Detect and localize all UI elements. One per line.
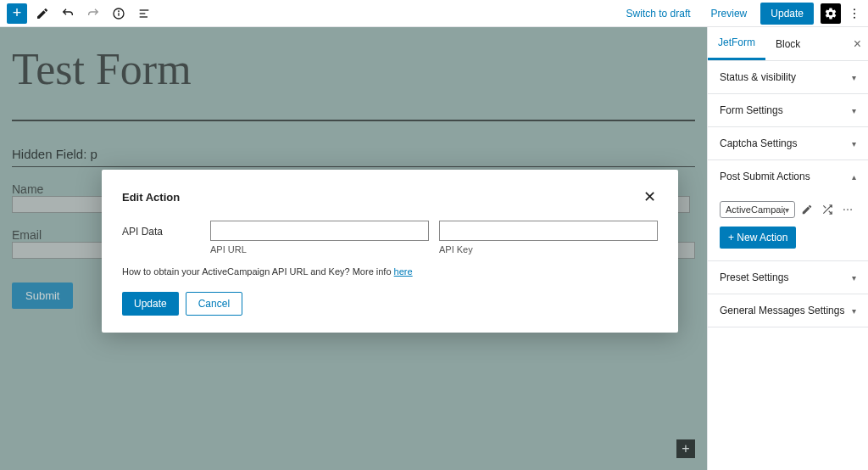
api-key-sublabel: API Key <box>439 244 658 255</box>
api-url-input[interactable] <box>210 221 429 241</box>
panel-label: General Messages Settings <box>720 305 844 316</box>
topbar-right-actions: Switch to draft Preview Update <box>620 3 861 25</box>
post-submit-panel-body: ActiveCampaig ▾ + New Action <box>708 193 868 261</box>
chevron-down-icon: ▾ <box>852 306 856 316</box>
close-sidebar-icon[interactable]: × <box>854 36 861 52</box>
api-data-label: API Data <box>122 221 200 238</box>
action-type-select[interactable]: ActiveCampaig ▾ <box>720 201 795 218</box>
settings-gear-icon[interactable] <box>821 3 841 24</box>
api-info-text: How to obtain your ActiveCampaign API UR… <box>122 266 658 277</box>
outline-icon[interactable] <box>134 3 154 24</box>
edit-action-modal: Edit Action ✕ API Data API URL API Key H… <box>102 170 678 333</box>
svg-point-10 <box>847 209 849 210</box>
add-block-button[interactable]: + <box>7 3 27 24</box>
topbar-left-tools: + <box>7 3 154 24</box>
shuffle-icon[interactable] <box>819 201 836 218</box>
panel-general-messages[interactable]: General Messages Settings ▾ <box>708 294 868 327</box>
chevron-down-icon: ▾ <box>852 273 856 283</box>
action-row: ActiveCampaig ▾ <box>720 201 856 218</box>
sidebar-tabbar: JetForm Block × <box>708 27 868 61</box>
svg-point-6 <box>854 8 855 10</box>
panel-label: Status & visibility <box>720 71 796 83</box>
modal-cancel-button[interactable]: Cancel <box>186 292 242 316</box>
modal-update-button[interactable]: Update <box>122 292 179 316</box>
svg-point-2 <box>119 11 120 12</box>
svg-point-11 <box>850 209 852 210</box>
editor-topbar: + Switch to draft Preview Update <box>0 0 868 27</box>
svg-point-8 <box>854 16 855 18</box>
svg-point-7 <box>854 13 855 14</box>
panel-status-visibility[interactable]: Status & visibility ▾ <box>708 61 868 94</box>
preview-link[interactable]: Preview <box>704 4 754 23</box>
switch-to-draft-link[interactable]: Switch to draft <box>620 4 698 23</box>
more-menu-icon[interactable] <box>848 3 861 24</box>
new-action-button[interactable]: + New Action <box>720 227 796 249</box>
api-info-link[interactable]: here <box>394 266 413 277</box>
redo-icon[interactable] <box>83 3 103 24</box>
panel-label: Captcha Settings <box>720 137 797 149</box>
settings-sidebar: JetForm Block × Status & visibility ▾ Fo… <box>707 27 868 470</box>
chevron-down-icon: ▾ <box>785 205 789 215</box>
modal-close-icon[interactable]: ✕ <box>641 188 658 205</box>
pencil-icon[interactable] <box>798 201 815 218</box>
panel-label: Form Settings <box>720 104 783 116</box>
panel-preset-settings[interactable]: Preset Settings ▾ <box>708 261 868 294</box>
modal-title: Edit Action <box>122 191 180 204</box>
panel-form-settings[interactable]: Form Settings ▾ <box>708 94 868 127</box>
chevron-down-icon: ▾ <box>852 106 856 115</box>
panel-post-submit-actions[interactable]: Post Submit Actions ▴ <box>708 160 868 193</box>
tab-block[interactable]: Block <box>765 27 810 60</box>
info-icon[interactable] <box>108 3 129 24</box>
api-key-input[interactable] <box>439 221 658 241</box>
panel-captcha-settings[interactable]: Captcha Settings ▾ <box>708 127 868 160</box>
chevron-down-icon: ▾ <box>852 73 856 82</box>
api-url-sublabel: API URL <box>210 244 429 255</box>
panel-label: Post Submit Actions <box>720 171 810 182</box>
more-dots-icon[interactable] <box>839 201 856 218</box>
chevron-down-icon: ▾ <box>852 139 856 148</box>
update-top-button[interactable]: Update <box>760 3 814 25</box>
panel-label: Preset Settings <box>720 271 788 283</box>
svg-point-9 <box>843 209 845 210</box>
edit-mode-icon[interactable] <box>32 3 53 24</box>
tab-jetform[interactable]: JetForm <box>708 27 765 60</box>
chevron-up-icon: ▴ <box>852 172 856 182</box>
undo-icon[interactable] <box>58 3 78 24</box>
